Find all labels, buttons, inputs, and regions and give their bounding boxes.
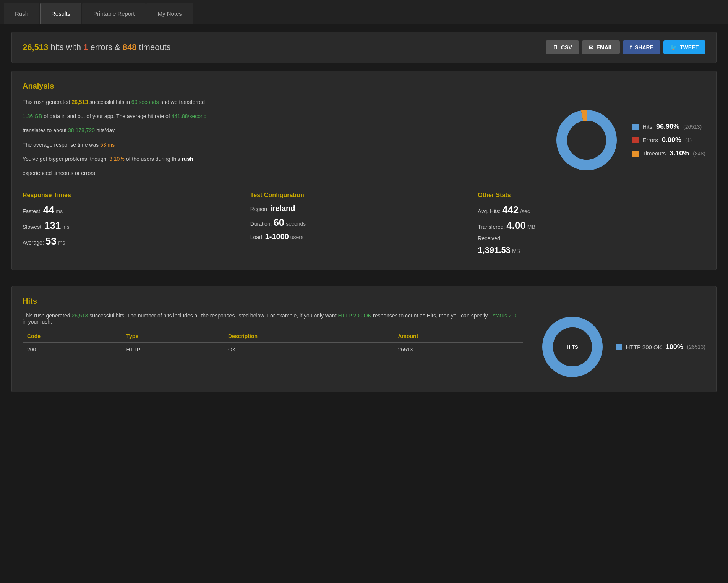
share-button[interactable]: f SHARE [623,40,660,54]
p5-pct: 3.10% [109,156,125,162]
table-row: 200HTTPOK26513 [23,343,523,357]
fastest-row: Fastest: 44 ms [23,204,250,216]
legend-hits: Hits 96.90% (26513) [632,123,705,131]
received-row: Received: [478,235,705,241]
col-type: Type [122,330,224,343]
hits-donut-label: HITS [567,344,578,350]
divider [11,278,717,278]
fastest-unit: ms [56,208,63,214]
transferred-label: Transfered: [478,224,505,230]
hits-section-content: This rush generated 26,513 successful hi… [23,313,705,381]
legend-hits-label: Hits [642,123,652,130]
hits-color-box [632,124,639,130]
duration-row: Duration: 60 seconds [250,217,478,228]
hits-desc-count: 26,513 [71,313,88,319]
http-200-link[interactable]: HTTP 200 OK [338,313,371,319]
main-content: 26,513 hits with 1 errors & 848 timeouts… [0,24,728,408]
analysis-section: Analysis This rush generated 26,513 succ… [11,71,717,270]
other-stats-col: Other Stats Avg. Hits: 442 /sec Transfer… [478,192,705,259]
email-label: EMAIL [597,44,613,50]
average-unit: ms [58,240,65,246]
tweet-label: TWEET [680,44,699,50]
cell-amount: 26513 [393,343,522,357]
test-config-col: Test Configuration Region: ireland Durat… [250,192,478,259]
load-label: Load: [250,234,264,240]
transferred-unit: MB [527,224,535,230]
col-amount: Amount [393,330,522,343]
received-val-row: 1,391.53 MB [478,245,705,255]
load-unit: users [290,234,303,240]
hits-left: This rush generated 26,513 successful hi… [23,313,523,381]
summary-bar: 26,513 hits with 1 errors & 848 timeouts… [11,32,717,63]
analysis-p3: translates to about 38,178,720 hits/day. [23,126,537,135]
legend-hits-pct: 96.90% [656,123,679,131]
stats-columns: Response Times Fastest: 44 ms Slowest: 1… [23,192,705,259]
hits-table-header-row: Code Type Description Amount [23,330,523,343]
hits-legend-label: HTTP 200 OK [626,344,662,350]
donut-svg [552,106,621,175]
analysis-title: Analysis [23,82,705,91]
test-config-title: Test Configuration [250,192,478,199]
csv-label: CSV [561,44,572,50]
p5-bold: rush [182,156,193,162]
hits-table-body: 200HTTPOK26513 [23,343,523,357]
csv-icon: 🗒 [553,44,558,50]
tweet-button[interactable]: 🐦 TWEET [663,40,705,54]
p3-hits: 38,178,720 [68,127,95,133]
response-times-col: Response Times Fastest: 44 ms Slowest: 1… [23,192,250,259]
hits-donut-chart: HITS [538,313,607,381]
tab-printable[interactable]: Printable Report [82,3,146,24]
duration-unit: seconds [286,221,306,227]
received-label: Received: [478,235,501,241]
email-icon: ✉ [589,44,593,50]
facebook-icon: f [630,44,632,50]
donut-chart [552,106,621,175]
errors-count: 1 [83,42,88,52]
col-desc: Description [224,330,393,343]
legend-timeouts: Timeouts 3.10% (848) [632,149,705,157]
hits-legend-count: (26513) [687,344,705,350]
slowest-label: Slowest: [23,224,43,230]
hits-table: Code Type Description Amount 200HTTPOK26… [23,330,523,356]
summary-timeouts-label: timeouts [139,42,171,52]
average-val: 53 [45,235,57,247]
average-row: Average: 53 ms [23,235,250,247]
region-label: Region: [250,206,269,212]
received-unit: MB [512,248,520,254]
cell-type: HTTP [122,343,224,357]
analysis-p5: You've got bigger problems, though: 3.10… [23,154,537,164]
avg-hits-label: Avg. Hits: [478,208,501,214]
p4-ms: 53 ms [100,142,115,148]
status-cmd: --status 200 [489,313,517,319]
timeouts-count: 848 [123,42,137,52]
region-val: ireland [270,204,295,212]
col-code: Code [23,330,122,343]
avg-hits-unit: /sec [520,208,530,214]
other-stats-title: Other Stats [478,192,705,199]
legend-errors: Errors 0.00% (1) [632,136,705,144]
tab-results[interactable]: Results [40,3,81,24]
csv-button[interactable]: 🗒 CSV [546,40,579,54]
avg-hits-row: Avg. Hits: 442 /sec [478,204,705,216]
transferred-row: Transfered: 4.00 MB [478,220,705,232]
p2-data: 1.36 GB [23,113,42,119]
duration-label: Duration: [250,221,272,227]
errors-color-box [632,137,639,143]
email-button[interactable]: ✉ EMAIL [582,40,620,54]
duration-val: 60 [273,217,284,228]
chart-legend: Hits 96.90% (26513) Errors 0.00% (1) Tim… [632,123,705,157]
load-val: 1-1000 [265,232,289,241]
tab-rush[interactable]: Rush [4,3,39,24]
hits-section: Hits This rush generated 26,513 successf… [11,286,717,392]
hits-legend: HTTP 200 OK 100% (26513) [616,343,705,351]
hits-legend-box [616,344,622,350]
cell-code: 200 [23,343,122,357]
tab-notes[interactable]: My Notes [146,3,193,24]
hits-count: 26,513 [23,42,48,52]
p1-hits: 26,513 [71,99,88,105]
analysis-text: This rush generated 26,513 successful hi… [23,97,537,183]
avg-hits-val: 442 [502,204,519,215]
tabs-bar: Rush Results Printable Report My Notes [0,0,728,24]
slowest-unit: ms [62,224,70,230]
analysis-p2: 1.36 GB of data in and out of your app. … [23,112,537,121]
